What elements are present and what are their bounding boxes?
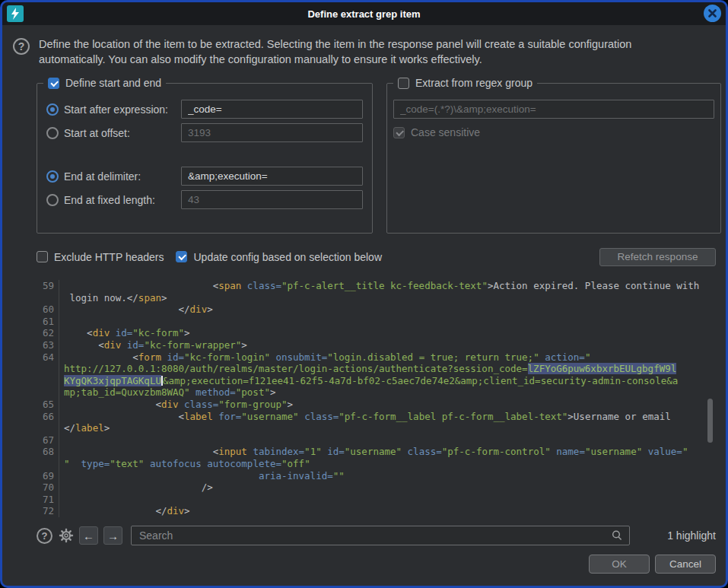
line-number: 59 bbox=[37, 280, 59, 292]
highlight-count: 1 highlight bbox=[635, 529, 716, 542]
code-row[interactable]: 72 </div> bbox=[37, 505, 716, 517]
extract-regex-group: Extract from regex group Case sensitive bbox=[386, 77, 721, 234]
search-next-button[interactable]: → bbox=[103, 526, 122, 545]
define-start-end-group: Define start and end Start after express… bbox=[37, 77, 373, 234]
refetch-response-button[interactable]: Refetch response bbox=[599, 248, 716, 266]
help-icon: ? bbox=[13, 38, 30, 55]
code-row[interactable]: http://127.0.0.1:8080/auth/realms/master… bbox=[37, 363, 716, 375]
dialog-window: Define extract grep item ? Define the lo… bbox=[0, 0, 728, 588]
end-at-fixed-length-field[interactable] bbox=[181, 190, 363, 209]
line-number: 68 bbox=[37, 446, 59, 458]
case-sensitive-label: Case sensitive bbox=[411, 126, 480, 138]
exclude-http-headers-option: Exclude HTTP headers bbox=[37, 251, 164, 263]
exclude-http-headers-checkbox[interactable] bbox=[37, 251, 48, 262]
end-at-delimiter-label: End at delimiter: bbox=[59, 170, 181, 183]
code-row[interactable]: 60 </div> bbox=[37, 304, 716, 316]
search-row: ? ← → bbox=[37, 525, 716, 546]
search-box bbox=[131, 526, 630, 545]
update-config-label: Update config based on selection below bbox=[193, 251, 382, 263]
line-number: 66 bbox=[37, 411, 59, 423]
code-row[interactable]: 70 /> bbox=[37, 482, 716, 494]
description-row: ? Define the location of the item to be … bbox=[13, 37, 711, 67]
start-after-expression-radio[interactable] bbox=[46, 103, 59, 116]
code-row[interactable]: 69 aria-invalid="" bbox=[37, 470, 716, 482]
app-icon bbox=[7, 5, 24, 22]
line-number: 60 bbox=[37, 304, 59, 316]
titlebar: Define extract grep item bbox=[2, 2, 726, 25]
search-icon bbox=[611, 529, 623, 542]
line-number: 70 bbox=[37, 482, 59, 494]
extract-regex-checkbox[interactable] bbox=[398, 78, 409, 89]
code-row[interactable]: 62 <div id="kc-form"> bbox=[37, 327, 716, 339]
line-number bbox=[37, 458, 59, 470]
code-row[interactable]: 59 <span class="pf-c-alert__title kc-fee… bbox=[37, 280, 716, 292]
line-number bbox=[37, 386, 59, 399]
extract-regex-label: Extract from regex group bbox=[415, 77, 532, 89]
code-row[interactable]: </label> bbox=[37, 422, 716, 434]
define-start-end-label: Define start and end bbox=[65, 77, 161, 89]
exclude-http-headers-label: Exclude HTTP headers bbox=[54, 251, 164, 263]
settings-gear-icon[interactable] bbox=[58, 528, 74, 544]
update-config-checkbox[interactable] bbox=[176, 251, 187, 262]
code-row[interactable]: 71 bbox=[37, 494, 716, 506]
description-line-2: automatically. You can also modify the c… bbox=[39, 52, 631, 68]
start-at-offset-label: Start at offset: bbox=[59, 127, 181, 139]
options-row: Exclude HTTP headers Update config based… bbox=[37, 247, 716, 266]
update-config-option: Update config based on selection below bbox=[176, 251, 382, 263]
start-at-offset-row: Start at offset: bbox=[46, 123, 363, 142]
search-prev-button[interactable]: ← bbox=[79, 526, 98, 545]
code-row[interactable]: 67 bbox=[37, 434, 716, 447]
code-row[interactable]: 63 <div id="kc-form-wrapper"> bbox=[37, 339, 716, 351]
case-sensitive-checkbox[interactable] bbox=[393, 127, 405, 138]
end-at-delimiter-row: End at delimiter: bbox=[46, 167, 363, 186]
start-after-expression-row: Start after expression: bbox=[46, 100, 363, 119]
search-input[interactable] bbox=[138, 529, 611, 542]
footer: OK Cancel bbox=[2, 555, 716, 574]
regex-pattern-field[interactable] bbox=[393, 100, 714, 119]
description-text: Define the location of the item to be ex… bbox=[39, 37, 631, 67]
code-row[interactable]: 66 <label for="username" class="pf-c-for… bbox=[37, 411, 716, 423]
ok-button[interactable]: OK bbox=[589, 555, 650, 574]
case-sensitive-row: Case sensitive bbox=[387, 119, 720, 138]
line-number: 67 bbox=[37, 434, 59, 447]
end-at-fixed-length-radio[interactable] bbox=[46, 194, 59, 206]
window-title: Define extract grep item bbox=[307, 8, 420, 20]
line-number: 71 bbox=[37, 494, 59, 506]
start-at-offset-field[interactable] bbox=[181, 123, 363, 142]
code-viewer[interactable]: 59 <span class="pf-c-alert__title kc-fee… bbox=[37, 277, 716, 519]
code-lines: 59 <span class="pf-c-alert__title kc-fee… bbox=[37, 280, 716, 517]
code-row[interactable]: 68 <input tabindex="1" id="username" cla… bbox=[37, 446, 716, 458]
line-number bbox=[37, 292, 59, 304]
line-number: 72 bbox=[37, 505, 59, 517]
line-number: 69 bbox=[37, 470, 59, 482]
search-help-icon[interactable]: ? bbox=[37, 528, 52, 544]
line-number bbox=[37, 363, 59, 375]
line-number bbox=[37, 422, 59, 434]
end-at-delimiter-radio[interactable] bbox=[46, 170, 59, 183]
editor-scrollbar[interactable] bbox=[707, 399, 713, 443]
start-after-expression-field[interactable] bbox=[181, 100, 363, 119]
description-line-1: Define the location of the item to be ex… bbox=[39, 37, 631, 52]
line-number: 64 bbox=[37, 351, 59, 364]
end-at-delimiter-field[interactable] bbox=[181, 167, 363, 186]
code-row[interactable]: mp;tab_id=Quxvzbm8WAQ" method="post"> bbox=[37, 386, 716, 399]
line-number: 65 bbox=[37, 399, 59, 411]
code-row[interactable]: 61 bbox=[37, 316, 716, 328]
code-row[interactable]: 65 <div class="form-group"> bbox=[37, 399, 716, 411]
code-row[interactable]: login now.</span> bbox=[37, 292, 716, 304]
start-at-offset-radio[interactable] bbox=[46, 127, 59, 139]
end-at-fixed-length-row: End at fixed length: bbox=[46, 190, 363, 209]
cancel-button[interactable]: Cancel bbox=[655, 555, 716, 574]
start-after-expression-label: Start after expression: bbox=[59, 103, 181, 116]
code-row[interactable]: " type="text" autofocus autocomplete="of… bbox=[37, 458, 716, 470]
close-button[interactable] bbox=[704, 5, 721, 22]
end-at-fixed-length-label: End at fixed length: bbox=[59, 194, 181, 206]
close-icon bbox=[708, 9, 717, 17]
code-row[interactable]: KYgQK3xjqpTAGKqLU&amp;execution=f121ee41… bbox=[37, 375, 716, 387]
line-number bbox=[37, 375, 59, 387]
define-start-end-checkbox[interactable] bbox=[48, 78, 59, 89]
groups-row: Define start and end Start after express… bbox=[37, 77, 721, 234]
code-row[interactable]: 64 <form id="kc-form-login" onsubmit="lo… bbox=[37, 351, 716, 364]
line-number: 62 bbox=[37, 327, 59, 339]
lightning-bolt-icon bbox=[10, 8, 21, 20]
